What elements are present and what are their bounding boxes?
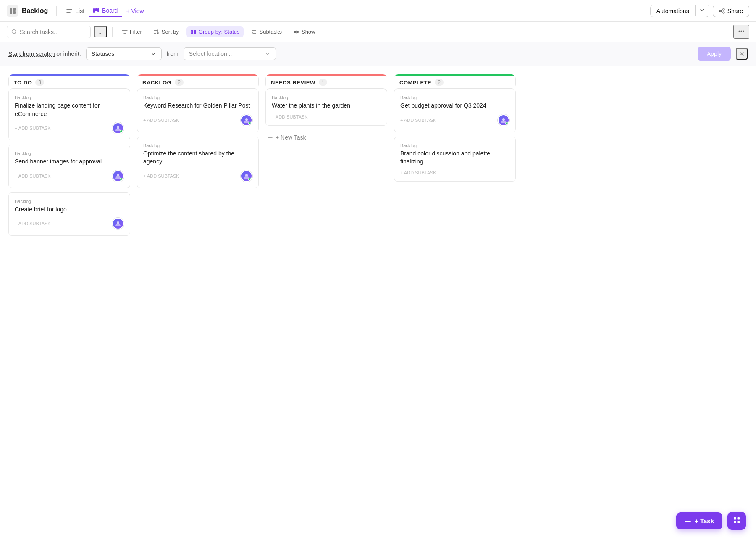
show-icon	[294, 29, 299, 35]
add-subtask-button[interactable]: + ADD SUBTASK	[143, 118, 179, 123]
search-box[interactable]	[7, 26, 91, 38]
top-nav: Backlog List Board + View Automations Sh…	[0, 0, 756, 22]
card-footer: + ADD SUBTASK	[400, 114, 509, 126]
card-c4[interactable]: Backlog Keyword Research for Golden Pill…	[137, 89, 259, 132]
toolbar-more-button[interactable]	[733, 25, 749, 39]
card-title: Finalize landing page content for eComme…	[15, 102, 124, 118]
card-footer: + ADD SUBTASK	[15, 122, 124, 134]
card-footer: + ADD SUBTASK	[143, 114, 252, 126]
svg-rect-2	[10, 11, 12, 14]
automations-button[interactable]: Automations	[651, 5, 695, 17]
apply-button[interactable]: Apply	[698, 47, 731, 61]
location-select[interactable]: Select location...	[184, 47, 276, 60]
col-count-todo: 3	[35, 79, 44, 86]
subtasks-button[interactable]: Subtasks	[247, 26, 286, 37]
statuses-select[interactable]: Statuses	[86, 47, 162, 60]
add-subtask-button[interactable]: + ADD SUBTASK	[143, 174, 179, 179]
inherit-bar: Start from scratch or inherit: Statuses …	[0, 42, 756, 66]
share-button[interactable]: Share	[713, 5, 749, 17]
card-source: Backlog	[272, 95, 381, 100]
online-dot	[505, 122, 509, 125]
automations-caret-button[interactable]	[695, 5, 709, 16]
online-dot	[120, 130, 123, 133]
card-c8[interactable]: Backlog Brand color discussion and palet…	[394, 137, 516, 182]
column-complete: COMPLETE 2 Backlog Get budget approval f…	[394, 74, 516, 186]
board-area: TO DO 3 Backlog Finalize landing page co…	[0, 66, 756, 318]
svg-rect-4	[93, 8, 95, 13]
svg-point-17	[741, 31, 742, 32]
tab-board[interactable]: Board	[89, 5, 122, 17]
online-dot	[248, 178, 252, 181]
add-subtask-button[interactable]: + ADD SUBTASK	[400, 170, 436, 175]
svg-point-18	[743, 31, 744, 32]
card-footer: + ADD SUBTASK	[272, 114, 381, 119]
statuses-chevron-icon	[150, 51, 156, 57]
card-title: Send banner images for approval	[15, 158, 124, 166]
col-count-review: 1	[319, 79, 328, 86]
tab-list[interactable]: List	[62, 5, 89, 17]
svg-point-8	[719, 10, 721, 12]
location-chevron-icon	[265, 51, 270, 57]
card-source: Backlog	[15, 199, 124, 204]
add-subtask-button[interactable]: + ADD SUBTASK	[400, 118, 436, 123]
add-subtask-button[interactable]: + ADD SUBTASK	[272, 114, 308, 119]
more-icon	[738, 27, 745, 35]
svg-rect-12	[194, 30, 196, 32]
card-footer: + ADD SUBTASK	[400, 170, 509, 175]
search-more-button[interactable]: ...	[94, 26, 107, 37]
card-footer: + ADD SUBTASK	[15, 170, 124, 182]
nav-divider-1	[56, 6, 57, 16]
add-view-button[interactable]: + View	[122, 5, 148, 17]
search-input[interactable]	[20, 29, 74, 35]
subtasks-icon	[251, 29, 257, 35]
card-c2[interactable]: Backlog Send banner images for approval …	[8, 145, 130, 188]
svg-rect-0	[10, 8, 12, 11]
card-title: Water the plants in the garden	[272, 102, 381, 110]
card-source: Backlog	[15, 151, 124, 156]
automations-control: Automations	[650, 5, 709, 17]
col-title-complete: COMPLETE	[399, 79, 431, 86]
col-title-todo: TO DO	[14, 79, 32, 86]
show-button[interactable]: Show	[289, 26, 320, 37]
avatar	[112, 122, 124, 134]
col-title-backlog: BACKLOG	[142, 79, 171, 86]
add-subtask-button[interactable]: + ADD SUBTASK	[15, 174, 51, 179]
close-inherit-bar-button[interactable]	[736, 48, 748, 60]
card-title: Create brief for logo	[15, 205, 124, 214]
svg-rect-3	[13, 11, 16, 14]
column-backlog: BACKLOG 2 Backlog Keyword Research for G…	[137, 74, 259, 192]
logo-icon	[7, 5, 18, 17]
svg-rect-13	[191, 32, 193, 34]
app-logo[interactable]: Backlog	[7, 5, 48, 17]
svg-rect-6	[97, 8, 99, 12]
card-c5[interactable]: Backlog Optimize the content shared by t…	[137, 137, 259, 188]
online-dot	[248, 122, 252, 125]
add-subtask-button[interactable]: + ADD SUBTASK	[15, 126, 51, 131]
card-c6[interactable]: Backlog Water the plants in the garden +…	[265, 89, 387, 126]
group-by-button[interactable]: Group by: Status	[186, 26, 244, 37]
svg-rect-11	[191, 30, 193, 32]
filter-icon	[122, 29, 128, 35]
svg-point-16	[739, 31, 740, 32]
filter-button[interactable]: Filter	[118, 26, 146, 37]
group-icon	[191, 29, 197, 35]
card-source: Backlog	[400, 143, 509, 148]
column-todo: TO DO 3 Backlog Finalize landing page co…	[8, 74, 130, 240]
col-title-review: NEEDS REVIEW	[271, 79, 315, 86]
card-title: Get budget approval for Q3 2024	[400, 102, 509, 110]
card-title: Brand color discussion and palette final…	[400, 150, 509, 166]
new-task-button[interactable]: + New Task	[265, 130, 387, 145]
toolbar: ... Filter Sort by Group by: Status Subt…	[0, 22, 756, 42]
tab-board-label: Board	[102, 7, 118, 14]
start-from-scratch-link[interactable]: Start from scratch or inherit:	[8, 50, 81, 57]
card-c3[interactable]: Backlog Create brief for logo + ADD SUBT…	[8, 192, 130, 236]
card-c7[interactable]: Backlog Get budget approval for Q3 2024 …	[394, 89, 516, 132]
toolbar-separator	[112, 27, 113, 37]
card-c1[interactable]: Backlog Finalize landing page content fo…	[8, 89, 130, 140]
sort-button[interactable]: Sort by	[150, 26, 183, 37]
close-icon	[738, 50, 745, 57]
add-subtask-button[interactable]: + ADD SUBTASK	[15, 221, 51, 226]
card-source: Backlog	[143, 95, 252, 100]
card-title: Keyword Research for Golden Pillar Post	[143, 102, 252, 110]
card-footer: + ADD SUBTASK	[15, 218, 124, 229]
